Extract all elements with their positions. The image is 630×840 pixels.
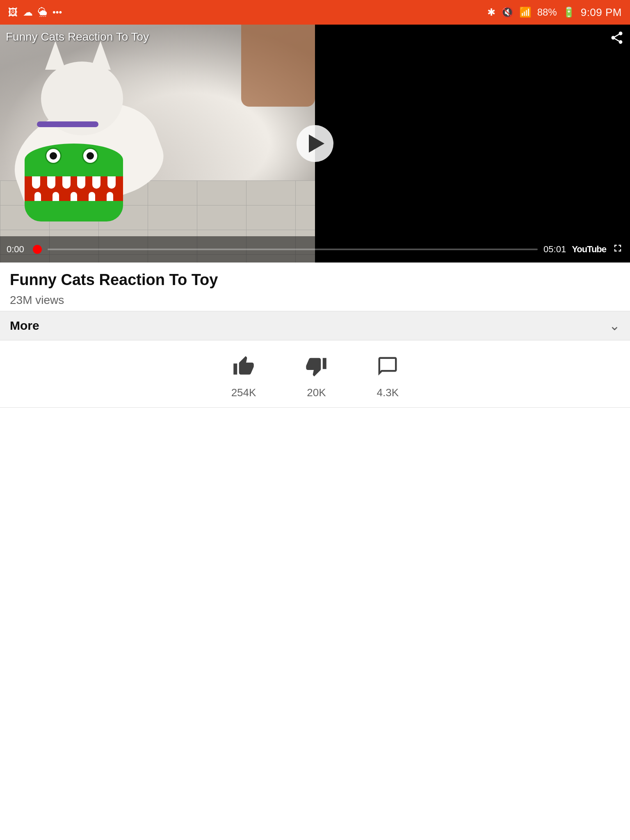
thumbs-up-icon (233, 355, 255, 382)
share-button[interactable] (609, 30, 624, 48)
video-info: Funny Cats Reaction To Toy 23M views (0, 262, 630, 311)
mute-icon: 🔇 (501, 7, 514, 18)
play-icon (309, 135, 324, 153)
status-bar: 🖼 ☁ 🌦 ••• ✱ 🔇 📶 88% 🔋 9:09 PM (0, 0, 630, 25)
dislike-count: 20K (307, 386, 326, 399)
status-bar-left: 🖼 ☁ 🌦 ••• (8, 7, 62, 18)
interaction-bar: 254K 20K 4.3K (0, 340, 630, 407)
video-controls: 0:00 05:01 YouTube (0, 236, 630, 262)
status-time: 9:09 PM (581, 6, 622, 19)
comment-button[interactable]: 4.3K (377, 355, 399, 399)
thumbs-down-icon (305, 355, 327, 382)
video-left-panel (0, 25, 315, 262)
comment-icon (377, 355, 399, 382)
chevron-down-icon: ⌄ (609, 318, 620, 333)
progress-track[interactable] (48, 249, 538, 250)
dislike-button[interactable]: 20K (305, 355, 327, 399)
fullscreen-button[interactable] (612, 242, 623, 257)
progress-dot[interactable] (33, 245, 42, 254)
like-button[interactable]: 254K (231, 355, 256, 399)
dots-icon: ••• (52, 7, 62, 18)
youtube-brand: YouTube (572, 244, 606, 255)
total-time: 05:01 (543, 244, 566, 255)
play-button[interactable] (297, 125, 333, 162)
like-count: 254K (231, 386, 256, 399)
battery-icon: 🔋 (563, 7, 575, 18)
more-section[interactable]: More ⌄ (0, 311, 630, 340)
wifi-icon: 📶 (519, 7, 532, 18)
status-bar-right: ✱ 🔇 📶 88% 🔋 9:09 PM (487, 6, 622, 19)
more-label: More (10, 319, 39, 333)
comment-count: 4.3K (377, 386, 399, 399)
video-overlay-title: Funny Cats Reaction To Toy (6, 30, 149, 43)
weather-icon: 🌦 (38, 7, 48, 18)
bluetooth-icon: ✱ (487, 7, 495, 18)
video-title: Funny Cats Reaction To Toy (10, 271, 620, 290)
current-time: 0:00 (7, 244, 27, 255)
cloud-icon: ☁ (23, 7, 33, 18)
battery-level: 88% (537, 7, 557, 18)
photo-icon: 🖼 (8, 7, 18, 18)
video-views: 23M views (10, 294, 620, 307)
bottom-content-area (0, 408, 630, 840)
video-player[interactable]: Funny Cats Reaction To Toy 0:00 05:01 Yo… (0, 25, 630, 262)
